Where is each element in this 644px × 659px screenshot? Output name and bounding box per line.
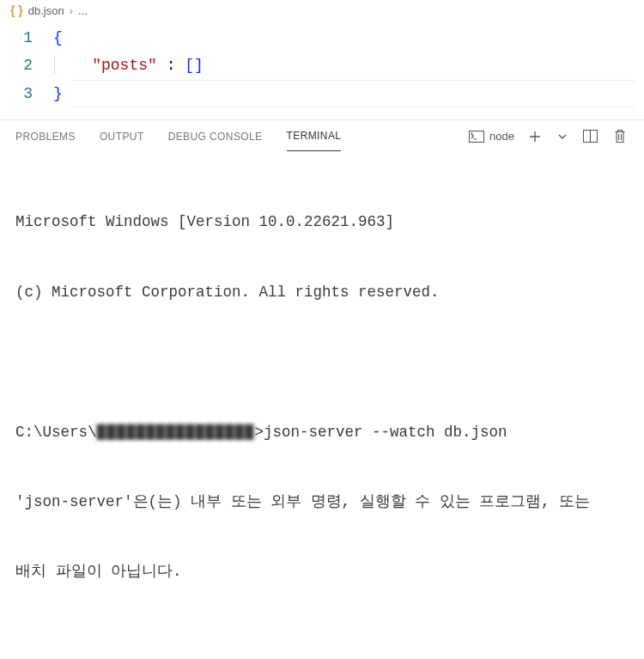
terminal-line: 배치 파일이 아닙니다. bbox=[15, 560, 629, 583]
terminal-line: 'json-server'은(는) 내부 또는 외부 명령, 실행할 수 있는 … bbox=[15, 491, 629, 514]
json-file-icon: { } bbox=[10, 3, 23, 17]
kill-terminal-button[interactable] bbox=[611, 127, 629, 145]
terminal-line: C:\Users\████████████████>json-server --… bbox=[15, 421, 629, 444]
breadcrumb-file[interactable]: db.json bbox=[28, 4, 64, 17]
tab-problems[interactable]: PROBLEMS bbox=[15, 122, 76, 151]
new-terminal-button[interactable] bbox=[526, 128, 544, 145]
terminal-line bbox=[15, 631, 629, 654]
split-panel-button[interactable] bbox=[581, 128, 599, 144]
terminal-line bbox=[15, 351, 629, 374]
chevron-right-icon: › bbox=[70, 4, 73, 17]
code-token: } bbox=[53, 85, 63, 102]
terminal-output[interactable]: Microsoft Windows [Version 10.0.22621.96… bbox=[0, 152, 644, 659]
code-editor[interactable]: 1 { 2 "posts" : [] 3 } bbox=[0, 21, 644, 119]
censored-path: ████████████████ bbox=[97, 424, 255, 441]
breadcrumb-rest[interactable]: ... bbox=[78, 4, 88, 17]
terminal-shell-selector[interactable]: node bbox=[469, 130, 514, 143]
tab-terminal[interactable]: TERMINAL bbox=[287, 121, 342, 151]
split-terminal-dropdown[interactable] bbox=[556, 130, 569, 143]
shell-name: node bbox=[489, 130, 514, 143]
breadcrumb: { } db.json › ... bbox=[0, 0, 644, 21]
line-number: 2 bbox=[0, 52, 53, 79]
code-token: "posts" bbox=[92, 57, 157, 74]
terminal-line: (c) Microsoft Corporation. All rights re… bbox=[15, 281, 629, 304]
code-token: : bbox=[157, 57, 185, 74]
code-token: { bbox=[53, 29, 63, 46]
code-token: [] bbox=[185, 57, 204, 74]
line-number: 3 bbox=[0, 80, 53, 107]
tab-output[interactable]: OUTPUT bbox=[100, 122, 144, 151]
line-number: 1 bbox=[0, 24, 53, 52]
terminal-line: Microsoft Windows [Version 10.0.22621.96… bbox=[15, 211, 629, 234]
panel-tabs: PROBLEMS OUTPUT DEBUG CONSOLE TERMINAL n… bbox=[0, 119, 644, 152]
tab-debug[interactable]: DEBUG CONSOLE bbox=[168, 122, 263, 151]
